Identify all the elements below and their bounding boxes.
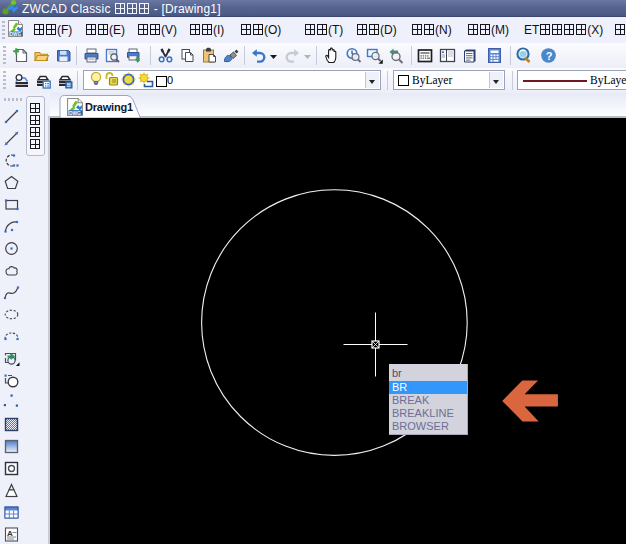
svg-text:DWG: DWG: [10, 32, 22, 37]
svg-text:A: A: [7, 529, 13, 538]
svg-text:?: ?: [545, 50, 552, 62]
svg-text:DWG: DWG: [69, 111, 81, 116]
